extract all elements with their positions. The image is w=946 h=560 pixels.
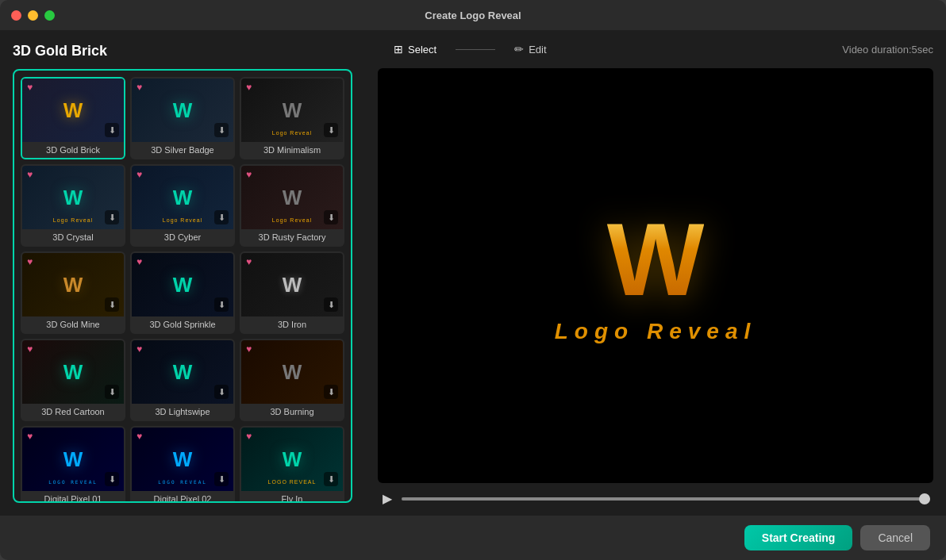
template-heart-3d-gold-mine: ♥: [27, 256, 33, 267]
template-label-3d-lightswipe: 3D Lightswipe: [132, 404, 233, 420]
play-button[interactable]: ▶: [381, 489, 394, 508]
template-item-digital-pixel-02[interactable]: ♥ W LOGO REVEAL ⬇ Digital Pixel 02: [130, 426, 235, 503]
template-download-fly-in[interactable]: ⬇: [324, 472, 338, 486]
templates-container[interactable]: ♥ W ⬇ 3D Gold Brick ♥ W ⬇ 3D Silver Badg…: [13, 69, 352, 503]
left-panel: 3D Gold Brick ♥ W ⬇ 3D Gold Brick ♥ W ⬇ …: [0, 30, 365, 516]
template-logo-3d-gold-sprinkle: W: [173, 274, 193, 295]
template-heart-digital-pixel-01: ♥: [27, 431, 33, 442]
bottom-bar: Start Creating Cancel: [0, 516, 946, 560]
template-item-3d-minimalism[interactable]: ♥ W Logo Reveal ⬇ 3D Minimalism: [240, 77, 344, 159]
template-logo-3d-gold-brick: W: [63, 100, 83, 121]
template-label-fly-in: Fly In: [241, 491, 343, 503]
template-logo-3d-iron: W: [283, 274, 302, 295]
template-download-3d-minimalism[interactable]: ⬇: [324, 123, 338, 137]
tab-edit[interactable]: ✏ Edit: [498, 38, 562, 60]
close-button[interactable]: [11, 10, 21, 21]
template-logo-3d-burning: W: [283, 362, 302, 382]
duration-label: Video duration:5sec: [842, 44, 933, 56]
template-item-fly-in[interactable]: ♥ W LOGO REVEAL ⬇ Fly In: [240, 426, 344, 503]
template-heart-digital-pixel-02: ♥: [137, 431, 142, 442]
template-download-3d-cyber[interactable]: ⬇: [214, 210, 229, 224]
template-logo-3d-red-cartoon: W: [63, 362, 83, 382]
template-download-3d-iron[interactable]: ⬇: [324, 297, 338, 312]
template-label-3d-gold-mine: 3D Gold Mine: [22, 316, 124, 332]
tab-connector: [456, 49, 495, 50]
template-download-3d-gold-mine[interactable]: ⬇: [105, 297, 119, 312]
progress-bar[interactable]: [402, 497, 930, 501]
preview-reveal-text: Logo Reveal: [555, 319, 756, 344]
template-heart-fly-in: ♥: [246, 431, 252, 442]
template-label-3d-minimalism: 3D Minimalism: [241, 142, 343, 158]
template-logo-3d-rusty-factory: W: [283, 187, 302, 208]
template-item-3d-crystal[interactable]: ♥ W Logo Reveal ⬇ 3D Crystal: [21, 164, 125, 247]
template-logo-fly-in: W: [283, 449, 302, 470]
panel-title: 3D Gold Brick: [13, 43, 352, 59]
template-heart-3d-cyber: ♥: [137, 169, 142, 180]
template-download-3d-crystal[interactable]: ⬇: [105, 210, 119, 224]
template-item-3d-cyber[interactable]: ♥ W Logo Reveal ⬇ 3D Cyber: [130, 164, 235, 247]
main-content: 3D Gold Brick ♥ W ⬇ 3D Gold Brick ♥ W ⬇ …: [0, 30, 946, 516]
template-heart-3d-minimalism: ♥: [246, 82, 252, 93]
window-controls[interactable]: [11, 10, 55, 21]
template-label-digital-pixel-02: Digital Pixel 02: [132, 491, 233, 503]
template-item-3d-gold-brick[interactable]: ♥ W ⬇ 3D Gold Brick: [21, 77, 125, 159]
template-download-3d-lightswipe[interactable]: ⬇: [214, 385, 229, 399]
template-logo-digital-pixel-01: W: [63, 449, 83, 470]
template-download-3d-red-cartoon[interactable]: ⬇: [105, 385, 119, 399]
template-download-digital-pixel-01[interactable]: ⬇: [105, 472, 119, 486]
template-logo-3d-minimalism: W: [283, 100, 302, 121]
template-label-3d-rusty-factory: 3D Rusty Factory: [241, 229, 343, 245]
template-item-digital-pixel-01[interactable]: ♥ W LOGO REVEAL ⬇ Digital Pixel 01: [21, 426, 125, 503]
template-heart-3d-burning: ♥: [246, 343, 252, 355]
template-logo-3d-gold-mine: W: [63, 274, 83, 295]
template-item-3d-silver-badge[interactable]: ♥ W ⬇ 3D Silver Badge: [130, 77, 235, 159]
template-heart-3d-iron: ♥: [246, 256, 252, 267]
template-heart-3d-gold-sprinkle: ♥: [137, 256, 142, 267]
template-item-3d-rusty-factory[interactable]: ♥ W Logo Reveal ⬇ 3D Rusty Factory: [240, 164, 344, 247]
template-label-3d-crystal: 3D Crystal: [22, 229, 124, 245]
template-label-3d-gold-sprinkle: 3D Gold Sprinkle: [132, 316, 233, 332]
titlebar: Create Logo Reveal: [0, 0, 946, 30]
template-download-3d-gold-sprinkle[interactable]: ⬇: [214, 297, 229, 312]
template-heart-3d-crystal: ♥: [27, 169, 33, 180]
template-heart-3d-rusty-factory: ♥: [246, 169, 252, 180]
minimize-button[interactable]: [28, 10, 38, 21]
template-item-3d-iron[interactable]: ♥ W ⬇ 3D Iron: [240, 251, 344, 334]
template-label-3d-red-cartoon: 3D Red Cartoon: [22, 404, 124, 420]
maximize-button[interactable]: [44, 10, 55, 21]
template-item-3d-gold-sprinkle[interactable]: ♥ W ⬇ 3D Gold Sprinkle: [130, 251, 235, 334]
template-item-3d-burning[interactable]: ♥ W ⬇ 3D Burning: [240, 339, 344, 421]
preview-area: W Logo Reveal: [378, 68, 933, 483]
preview-logo: W: [607, 208, 705, 311]
template-logo-3d-silver-badge: W: [173, 100, 193, 121]
start-creating-button[interactable]: Start Creating: [744, 525, 853, 550]
preview-content: W Logo Reveal: [555, 208, 756, 344]
template-label-3d-gold-brick: 3D Gold Brick: [22, 142, 124, 158]
template-label-3d-silver-badge: 3D Silver Badge: [132, 142, 233, 158]
template-logo-3d-lightswipe: W: [173, 362, 193, 382]
template-heart-3d-silver-badge: ♥: [137, 82, 142, 93]
template-label-3d-iron: 3D Iron: [241, 316, 343, 332]
templates-grid: ♥ W ⬇ 3D Gold Brick ♥ W ⬇ 3D Silver Badg…: [21, 77, 344, 503]
template-item-3d-red-cartoon[interactable]: ♥ W ⬇ 3D Red Cartoon: [21, 339, 125, 421]
template-download-digital-pixel-02[interactable]: ⬇: [214, 472, 229, 486]
template-heart-3d-lightswipe: ♥: [137, 343, 142, 355]
template-label-digital-pixel-01: Digital Pixel 01: [22, 491, 124, 503]
template-heart-3d-gold-brick: ♥: [27, 82, 33, 93]
template-item-3d-lightswipe[interactable]: ♥ W ⬇ 3D Lightswipe: [130, 339, 235, 421]
template-label-3d-cyber: 3D Cyber: [132, 229, 233, 245]
cancel-button[interactable]: Cancel: [860, 525, 930, 550]
tab-bar: ⊞ Select ✏ Edit Video duration:5sec: [378, 38, 933, 60]
template-download-3d-gold-brick[interactable]: ⬇: [105, 123, 119, 137]
template-download-3d-burning[interactable]: ⬇: [324, 385, 338, 399]
template-logo-3d-crystal: W: [63, 187, 83, 208]
window-title: Create Logo Reveal: [425, 10, 521, 21]
template-download-3d-rusty-factory[interactable]: ⬇: [324, 210, 338, 224]
template-item-3d-gold-mine[interactable]: ♥ W ⬇ 3D Gold Mine: [21, 251, 125, 334]
template-download-3d-silver-badge[interactable]: ⬇: [214, 123, 229, 137]
progress-handle[interactable]: [919, 493, 930, 504]
template-logo-3d-cyber: W: [173, 187, 193, 208]
tab-select[interactable]: ⊞ Select: [378, 38, 452, 60]
video-controls: ▶: [378, 483, 933, 508]
template-logo-digital-pixel-02: W: [173, 449, 193, 470]
